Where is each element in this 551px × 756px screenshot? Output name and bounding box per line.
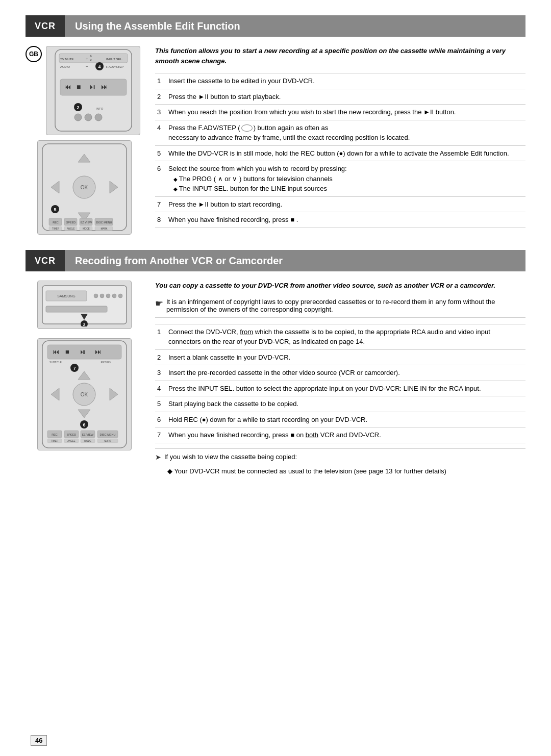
table-row: 4 Press the INPUT SEL. button to select … — [155, 381, 525, 396]
step-content: Connect the DVD-VCR, from which the cass… — [166, 324, 525, 349]
svg-text:OK: OK — [80, 392, 88, 397]
section1-header: VCR Using the Assemble Edit Function — [26, 15, 525, 37]
arrow-icon: ➤ — [155, 453, 161, 461]
section2-title: Recoding from Another VCR or Camcorder — [65, 255, 283, 267]
svg-point-54 — [112, 294, 116, 298]
section1-body: GB TV MUTE + ∧ ∨ INPUT SEL. AUDIO − — [26, 46, 525, 235]
page-number: 46 — [31, 735, 47, 746]
svg-text:EZ VIEW: EZ VIEW — [82, 433, 93, 436]
step-number: 8 — [155, 212, 166, 228]
svg-text:⏭: ⏭ — [101, 83, 108, 91]
svg-point-51 — [94, 294, 98, 298]
remote-top-image: TV MUTE + ∧ ∨ INPUT SEL. AUDIO − 4 F.ADV… — [46, 46, 140, 135]
svg-point-20 — [74, 114, 82, 121]
table-row: 1 Connect the DVD-VCR, from which the ca… — [155, 324, 525, 349]
svg-point-52 — [100, 294, 104, 298]
svg-text:4: 4 — [98, 64, 101, 69]
svg-text:SAMSUNG: SAMSUNG — [57, 294, 75, 298]
step-number: 3 — [155, 105, 166, 120]
svg-text:⏯: ⏯ — [80, 348, 86, 356]
svg-text:■: ■ — [77, 83, 81, 91]
svg-text:−: − — [86, 64, 88, 69]
step-content: Insert the pre-recorded cassette in the … — [166, 365, 525, 381]
step-number: 4 — [155, 381, 166, 396]
table-row: 6 Select the source from which you wish … — [155, 161, 525, 197]
svg-point-53 — [106, 294, 110, 298]
step-bullets: The PROG ( ∧ or ∨ ) buttons for televisi… — [168, 174, 523, 194]
section2-intro: You can copy a cassette to your DVD-VCR … — [155, 281, 525, 291]
table-row: 7 Press the ►II button to start recordin… — [155, 196, 525, 212]
list-item: The INPUT SEL. button for the LINE input… — [173, 184, 523, 194]
svg-text:2: 2 — [77, 105, 79, 110]
list-item: ◆ Your DVD-VCR must be connected as usua… — [167, 466, 525, 476]
svg-text:EZ VIEW: EZ VIEW — [80, 221, 92, 224]
table-row: 2 Press the ►II button to start playback… — [155, 89, 525, 105]
svg-text:DISC MENU: DISC MENU — [96, 221, 112, 224]
svg-text:MODE: MODE — [83, 228, 90, 230]
section2-steps-table: 1 Connect the DVD-VCR, from which the ca… — [155, 324, 525, 443]
step-content: Select the source from which you wish to… — [166, 161, 525, 197]
svg-text:⏯: ⏯ — [89, 83, 96, 91]
svg-text:DISC MENU: DISC MENU — [99, 433, 115, 436]
tip-header-row: ➤ If you wish to view the cassette being… — [155, 453, 525, 461]
svg-text:∧: ∧ — [90, 54, 92, 57]
table-row: 2 Insert a blank cassette in your DVD-VC… — [155, 349, 525, 365]
note-icon: ☛ — [155, 298, 163, 309]
svg-text:AUDIO: AUDIO — [60, 65, 70, 68]
svg-text:INFO: INFO — [96, 107, 104, 110]
svg-text:2: 2 — [83, 322, 85, 326]
svg-rect-56 — [46, 306, 107, 312]
step-content: When you have finished recording, press … — [166, 427, 525, 443]
svg-text:TIMER: TIMER — [51, 440, 59, 442]
step-content: When you have finished recording, press … — [166, 212, 525, 228]
table-row: 8 When you have finished recording, pres… — [155, 212, 525, 228]
step-content: Press the ►II button to start playback. — [166, 89, 525, 105]
svg-point-22 — [95, 114, 102, 121]
step-number: 6 — [155, 412, 166, 427]
svg-text:ANGLE: ANGLE — [67, 440, 75, 442]
section2-left-col: SAMSUNG 2 — [26, 281, 143, 476]
step-content: Insert a blank cassette in your DVD-VCR. — [166, 349, 525, 365]
svg-text:OK: OK — [80, 185, 88, 190]
step-content: Press the INPUT SEL. button to select th… — [166, 381, 525, 396]
svg-text:TV MUTE: TV MUTE — [60, 58, 73, 61]
section2-right-col: You can copy a cassette to your DVD-VCR … — [155, 281, 525, 476]
step-number: 2 — [155, 349, 166, 365]
copyright-text: It is an infringement of copyright laws … — [166, 298, 525, 313]
svg-text:7: 7 — [73, 366, 76, 371]
step-content: Press the ►II button to start recording. — [166, 196, 525, 212]
step-content: Start playing back the cassette to be co… — [166, 396, 525, 412]
step-content: Press the F.ADV/STEP () button again as … — [166, 120, 525, 145]
step-content: When you reach the position from which y… — [166, 105, 525, 120]
svg-text:6: 6 — [83, 422, 85, 427]
step-number: 1 — [155, 324, 166, 349]
svg-text:MARK: MARK — [101, 228, 107, 230]
svg-text:F.ADV/STEP: F.ADV/STEP — [106, 65, 123, 68]
step-number: 3 — [155, 365, 166, 381]
section1-title: Using the Assemble Edit Function — [65, 20, 240, 32]
svg-text:ANGLE: ANGLE — [67, 228, 74, 230]
svg-text:MARK: MARK — [104, 440, 111, 442]
step-number: 5 — [155, 145, 166, 161]
svg-text:TIMER: TIMER — [52, 228, 60, 230]
step-content: Insert the cassette to be edited in your… — [166, 73, 525, 89]
tip-header-text: If you wish to view the cassette being c… — [164, 453, 297, 461]
svg-text:5: 5 — [54, 207, 56, 212]
svg-text:+: + — [86, 57, 88, 61]
table-row: 3 Insert the pre-recorded cassette in th… — [155, 365, 525, 381]
remote-mid-image: OK 5 REC SPEED EZ VIEW DISC MENU TIMER — [37, 140, 132, 235]
svg-text:MODE: MODE — [84, 440, 91, 442]
section1-steps-table: 1 Insert the cassette to be edited in yo… — [155, 73, 525, 228]
vcr-device-image: SAMSUNG 2 — [37, 281, 132, 329]
svg-text:■: ■ — [65, 348, 69, 356]
svg-text:INPUT SEL.: INPUT SEL. — [106, 58, 123, 61]
svg-text:SPEED: SPEED — [66, 221, 76, 224]
step-number: 7 — [155, 196, 166, 212]
step-number: 2 — [155, 89, 166, 105]
list-item: The PROG ( ∧ or ∨ ) buttons for televisi… — [173, 174, 523, 184]
step-number: 7 — [155, 427, 166, 443]
table-row: 6 Hold REC (●) down for a while to start… — [155, 412, 525, 427]
table-row: 4 Press the F.ADV/STEP () button again a… — [155, 120, 525, 145]
tip-section: ➤ If you wish to view the cassette being… — [155, 448, 525, 476]
copyright-note: ☛ It is an infringement of copyright law… — [155, 298, 525, 318]
